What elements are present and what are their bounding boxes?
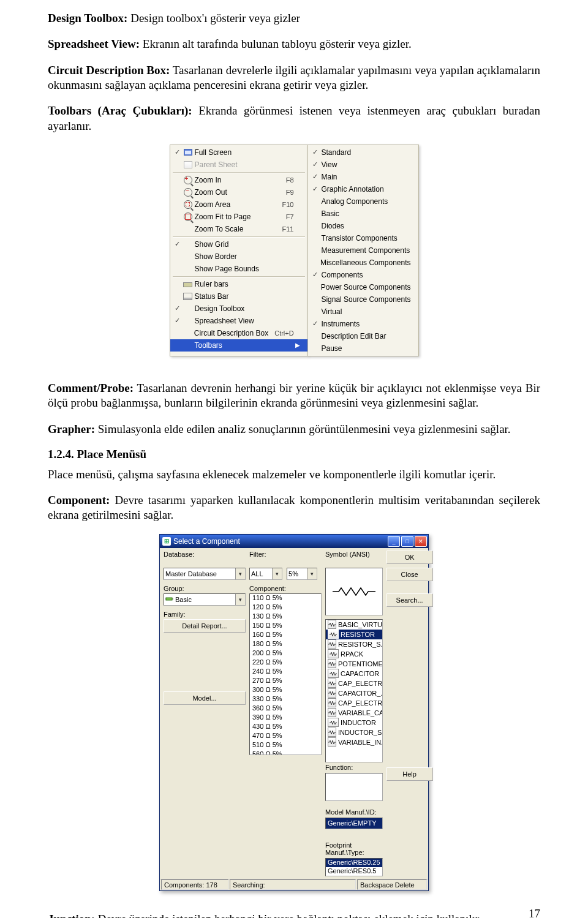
menu-item[interactable]: ✓Design Toolbox bbox=[170, 303, 307, 315]
family-listbox[interactable]: BASIC_VIRTU..RESISTORRESISTOR_S...RPACKP… bbox=[325, 619, 383, 762]
component-listbox[interactable]: 110 Ω 5%120 Ω 5%130 Ω 5%150 Ω 5%160 Ω 5%… bbox=[249, 593, 322, 755]
menu-item[interactable]: Ruler bars bbox=[170, 278, 307, 290]
component-item[interactable]: 120 Ω 5% bbox=[250, 603, 321, 612]
component-item[interactable]: 110 Ω 5% bbox=[250, 594, 321, 603]
component-item[interactable]: 130 Ω 5% bbox=[250, 612, 321, 622]
component-item[interactable]: 150 Ω 5% bbox=[250, 622, 321, 631]
family-item[interactable]: CAPACITOR bbox=[326, 669, 382, 679]
family-item[interactable]: CAPACITOR_.. bbox=[326, 688, 382, 698]
component-item[interactable]: 430 Ω 5% bbox=[250, 723, 321, 732]
family-item[interactable]: BASIC_VIRTU.. bbox=[326, 620, 382, 630]
submenu-item-label: Instruments bbox=[320, 320, 411, 328]
menu-item[interactable]: Zoom Fit to PageF7 bbox=[170, 211, 307, 223]
menu-item[interactable]: ✓Spreadsheet View bbox=[170, 315, 307, 327]
component-item[interactable]: 160 Ω 5% bbox=[250, 631, 321, 640]
submenu-item[interactable]: Power Source Components bbox=[308, 281, 418, 293]
close-button[interactable]: ✕ bbox=[415, 536, 427, 547]
component-item[interactable]: 360 Ω 5% bbox=[250, 704, 321, 713]
footprint-item[interactable]: Generic\RES0.5 bbox=[326, 867, 382, 876]
component-item[interactable]: 220 Ω 5% bbox=[250, 658, 321, 668]
minimize-button[interactable]: _ bbox=[388, 536, 400, 547]
footprint-listbox[interactable]: Generic\RES0.25Generic\RES0.5 bbox=[325, 858, 383, 876]
database-combo[interactable]: Master Database bbox=[164, 568, 246, 580]
component-item[interactable]: 510 Ω 5% bbox=[250, 741, 321, 750]
menu-item[interactable]: Show Page Bounds bbox=[170, 263, 307, 275]
menu-item[interactable]: Toolbars▶ bbox=[170, 339, 307, 352]
family-item[interactable]: VARIABLE_IN.. bbox=[326, 737, 382, 747]
check-icon: ✓ bbox=[311, 173, 320, 181]
family-item[interactable]: CAP_ELECTR.. bbox=[326, 679, 382, 688]
submenu-item[interactable]: Signal Source Components bbox=[308, 293, 418, 306]
family-item[interactable]: RPACK bbox=[326, 649, 382, 659]
submenu-item[interactable]: Miscellaneous Components bbox=[308, 257, 418, 269]
submenu-item[interactable]: ✓Components bbox=[308, 269, 418, 281]
submenu-item[interactable]: ✓View bbox=[308, 159, 418, 171]
submenu-item-label: Standard bbox=[320, 148, 411, 157]
family-item-label: POTENTIOME.. bbox=[338, 660, 383, 668]
def-component: Component: Devre tasarımı yaparken kulla… bbox=[48, 493, 540, 523]
component-item[interactable]: 330 Ω 5% bbox=[250, 695, 321, 704]
menu-item-label: Status Bar bbox=[194, 292, 294, 301]
family-item[interactable]: CAP_ELECTR.. bbox=[326, 698, 382, 708]
submenu-item[interactable]: ✓Main bbox=[308, 171, 418, 183]
submenu-item-label: Signal Source Components bbox=[320, 295, 410, 304]
submenu-item[interactable]: ✓Graphic Annotation bbox=[308, 183, 418, 195]
detail-report-button[interactable]: Detail Report... bbox=[164, 619, 246, 633]
submenu-item[interactable]: ✓Instruments bbox=[308, 318, 418, 330]
submenu-item[interactable]: Transistor Components bbox=[308, 232, 418, 244]
filter-5pct-combo[interactable]: 5% bbox=[287, 568, 317, 580]
menu-item[interactable]: Show Border bbox=[170, 250, 307, 263]
component-item[interactable]: 240 Ω 5% bbox=[250, 668, 321, 677]
label: Toolbars (Araç Çubukları): bbox=[48, 104, 192, 117]
menu-item[interactable]: ✓Full Screen bbox=[170, 146, 307, 159]
submenu-item[interactable]: Description Edit Bar bbox=[308, 330, 418, 342]
family-item[interactable]: RESISTOR_S... bbox=[326, 639, 382, 649]
submenu-item[interactable]: Virtual bbox=[308, 306, 418, 318]
menu-item[interactable]: Status Bar bbox=[170, 290, 307, 303]
check-icon: ✓ bbox=[173, 148, 183, 156]
family-item-icon bbox=[328, 708, 336, 717]
footprint-item[interactable]: Generic\RES0.25 bbox=[326, 859, 382, 867]
menu-item-label: Circuit Description Box bbox=[193, 329, 268, 337]
family-item[interactable]: VARIABLE_CA.. bbox=[326, 708, 382, 718]
basic-group-icon bbox=[165, 595, 174, 604]
filter-all-combo[interactable]: ALL bbox=[249, 568, 282, 580]
submenu-item[interactable]: Measurement Components bbox=[308, 244, 418, 257]
model-button[interactable]: Model... bbox=[164, 691, 246, 705]
help-button[interactable]: Help bbox=[386, 767, 433, 781]
check-icon: ✓ bbox=[173, 240, 183, 248]
menu-item-label: Zoom Area bbox=[194, 200, 276, 209]
menu-item[interactable]: Zoom InF8 bbox=[170, 174, 307, 186]
blank-icon bbox=[182, 328, 193, 338]
family-item[interactable]: INDUCTOR bbox=[326, 718, 382, 728]
menu-item[interactable]: Zoom OutF9 bbox=[170, 186, 307, 198]
family-item[interactable]: INDUCTOR_S.. bbox=[326, 728, 382, 737]
component-item[interactable]: 560 Ω 5% bbox=[250, 750, 321, 755]
component-item[interactable]: 300 Ω 5% bbox=[250, 686, 321, 695]
family-item[interactable]: POTENTIOME.. bbox=[326, 659, 382, 669]
ok-button[interactable]: OK bbox=[386, 551, 433, 564]
component-item[interactable]: 200 Ω 5% bbox=[250, 649, 321, 658]
component-item[interactable]: 470 Ω 5% bbox=[250, 732, 321, 741]
submenu-item[interactable]: Pause bbox=[308, 342, 418, 355]
menu-item[interactable]: Parent Sheet bbox=[170, 159, 307, 171]
submenu-item[interactable]: Diodes bbox=[308, 220, 418, 232]
menu-item[interactable]: ✓Show Grid bbox=[170, 238, 307, 250]
component-item[interactable]: 180 Ω 5% bbox=[250, 640, 321, 649]
group-combo[interactable]: Basic bbox=[164, 593, 246, 606]
family-item-label: RPACK bbox=[341, 650, 363, 658]
menu-item[interactable]: Zoom To ScaleF11 bbox=[170, 223, 307, 235]
menu-item[interactable]: Zoom AreaF10 bbox=[170, 198, 307, 211]
submenu-item[interactable]: Analog Components bbox=[308, 195, 418, 208]
component-item[interactable]: 270 Ω 5% bbox=[250, 677, 321, 686]
close-action-button[interactable]: Close bbox=[386, 568, 433, 581]
family-item[interactable]: RESISTOR bbox=[326, 630, 382, 639]
maximize-button[interactable]: □ bbox=[401, 536, 413, 547]
submenu-item[interactable]: ✓Standard bbox=[308, 146, 418, 159]
status-keys: Backspace Delete bbox=[357, 879, 427, 890]
submenu-item[interactable]: Basic bbox=[308, 208, 418, 220]
menu-item[interactable]: Circuit Description BoxCtrl+D bbox=[170, 327, 307, 339]
label: Component: bbox=[48, 494, 110, 506]
component-item[interactable]: 390 Ω 5% bbox=[250, 713, 321, 723]
search-button[interactable]: Search... bbox=[386, 593, 433, 607]
